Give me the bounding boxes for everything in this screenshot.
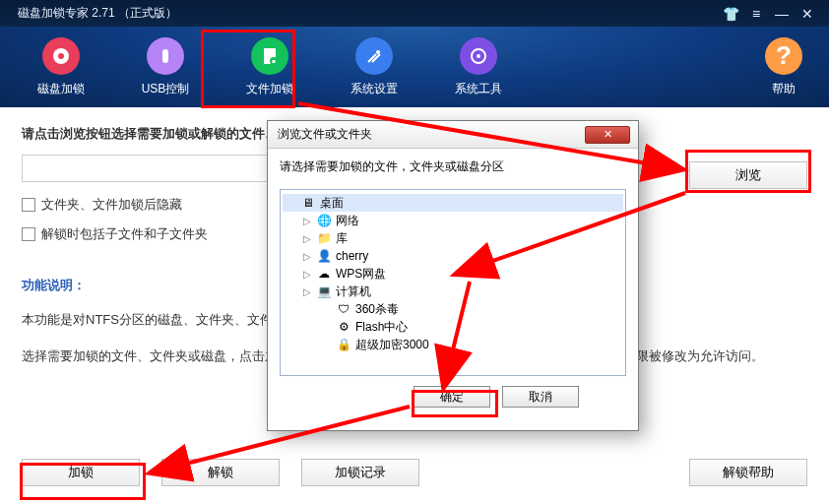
nav-label: 系统工具	[455, 81, 502, 97]
tree-node[interactable]: 🖥桌面	[283, 194, 623, 212]
tree-label: 计算机	[336, 284, 371, 300]
checkbox-include-children[interactable]: 解锁时包括子文件和子文件夹	[22, 225, 208, 243]
folder-icon: ☁	[316, 266, 332, 282]
folder-tree[interactable]: 🖥桌面▷🌐网络▷📁库▷👤cherry▷☁WPS网盘▷💻计算机🛡360杀毒⚙Fla…	[280, 189, 626, 376]
dialog-close-button[interactable]: ✕	[585, 126, 630, 144]
folder-icon: 🔒	[336, 337, 351, 352]
folder-icon: 👤	[316, 248, 332, 264]
tree-label: 网络	[336, 213, 359, 229]
nav-usb[interactable]: USB控制	[122, 32, 209, 102]
nav-label: USB控制	[142, 81, 190, 97]
tree-label: 桌面	[320, 195, 344, 212]
folder-icon: 🛡	[336, 301, 351, 317]
checkbox-label: 文件夹、文件加锁后隐藏	[41, 196, 182, 214]
nav-disk-lock[interactable]: 磁盘加锁	[18, 32, 104, 102]
button-label: 解锁帮助	[723, 464, 774, 481]
tree-node[interactable]: ▷💻计算机	[283, 283, 623, 300]
disk-icon	[42, 37, 80, 75]
menu-icon[interactable]: ≡	[746, 4, 766, 24]
svg-rect-5	[273, 60, 276, 63]
nav-label: 磁盘加锁	[37, 81, 85, 97]
browse-dialog: 浏览文件或文件夹 ✕ 请选择需要加锁的文件，文件夹或磁盘分区 🖥桌面▷🌐网络▷📁…	[267, 120, 639, 431]
lock-log-button[interactable]: 加锁记录	[301, 459, 419, 486]
button-label: 解锁	[208, 464, 233, 481]
tree-label: cherry	[336, 249, 368, 263]
app-title: 磁盘加锁专家 2.71 （正式版）	[18, 5, 177, 22]
usb-icon	[147, 37, 184, 75]
tree-label: 库	[336, 230, 348, 247]
unlock-button[interactable]: 解锁	[161, 459, 280, 486]
folder-icon: 🌐	[316, 213, 332, 228]
minimize-icon[interactable]: —	[772, 4, 792, 24]
dialog-titlebar: 浏览文件或文件夹 ✕	[268, 121, 638, 149]
folder-icon: 🖥	[300, 195, 316, 211]
checkbox-hide-after-lock[interactable]: 文件夹、文件加锁后隐藏	[22, 196, 182, 214]
theme-icon[interactable]: 👕	[721, 4, 740, 24]
unlock-help-button[interactable]: 解锁帮助	[689, 459, 807, 486]
settings-icon	[355, 37, 393, 75]
navbar: 磁盘加锁 USB控制 文件加锁 系统设置 系统工具 ? 帮助	[0, 27, 829, 107]
dialog-cancel-button[interactable]: 取消	[502, 386, 579, 408]
nav-settings[interactable]: 系统设置	[331, 32, 417, 102]
nav-help[interactable]: ? 帮助	[756, 37, 811, 97]
tools-icon	[460, 37, 497, 75]
nav-label: 系统设置	[351, 81, 398, 97]
folder-icon: ⚙	[336, 319, 351, 335]
lock-button[interactable]: 加锁	[22, 459, 140, 486]
tree-node[interactable]: 🔒超级加密3000	[283, 336, 623, 353]
bottom-bar: 加锁 解锁 加锁记录 解锁帮助	[22, 459, 807, 486]
tree-label: 360杀毒	[355, 301, 399, 318]
titlebar: 磁盘加锁专家 2.71 （正式版） 👕 ≡ — ✕	[0, 0, 829, 27]
svg-point-8	[477, 54, 480, 58]
tree-label: WPS网盘	[336, 266, 386, 283]
checkbox-label: 解锁时包括子文件和子文件夹	[41, 225, 208, 243]
tree-node[interactable]: ▷👤cherry	[283, 247, 623, 265]
button-label: 确定	[440, 389, 464, 406]
tree-node[interactable]: ▷📁库	[283, 229, 623, 247]
close-icon[interactable]: ✕	[797, 4, 817, 24]
tree-node[interactable]: 🛡360杀毒	[283, 300, 623, 318]
checkbox-icon	[22, 198, 35, 212]
checkbox-icon	[22, 227, 35, 241]
button-label: 加锁	[68, 464, 94, 481]
svg-rect-2	[162, 49, 168, 63]
folder-icon: 📁	[316, 230, 332, 246]
nav-label: 帮助	[772, 81, 796, 97]
file-lock-icon	[251, 37, 288, 75]
nav-tools[interactable]: 系统工具	[435, 32, 522, 102]
tree-label: Flash中心	[355, 319, 408, 336]
svg-point-1	[58, 53, 64, 59]
nav-file-lock[interactable]: 文件加锁	[226, 32, 313, 102]
dialog-ok-button[interactable]: 确定	[414, 386, 490, 408]
tree-node[interactable]: ▷🌐网络	[283, 212, 623, 229]
button-label: 取消	[529, 389, 552, 406]
help-icon: ?	[765, 37, 802, 75]
nav-label: 文件加锁	[246, 81, 293, 97]
dialog-prompt: 请选择需要加锁的文件，文件夹或磁盘分区	[280, 158, 626, 175]
tree-node[interactable]: ⚙Flash中心	[283, 318, 623, 336]
button-label: 加锁记录	[335, 464, 386, 481]
tree-label: 超级加密3000	[355, 337, 429, 353]
browse-button[interactable]: 浏览	[689, 161, 807, 189]
tree-node[interactable]: ▷☁WPS网盘	[283, 265, 623, 283]
dialog-title: 浏览文件或文件夹	[278, 126, 372, 143]
folder-icon: 💻	[316, 284, 332, 299]
button-label: 浏览	[735, 166, 761, 184]
svg-point-6	[376, 50, 380, 54]
